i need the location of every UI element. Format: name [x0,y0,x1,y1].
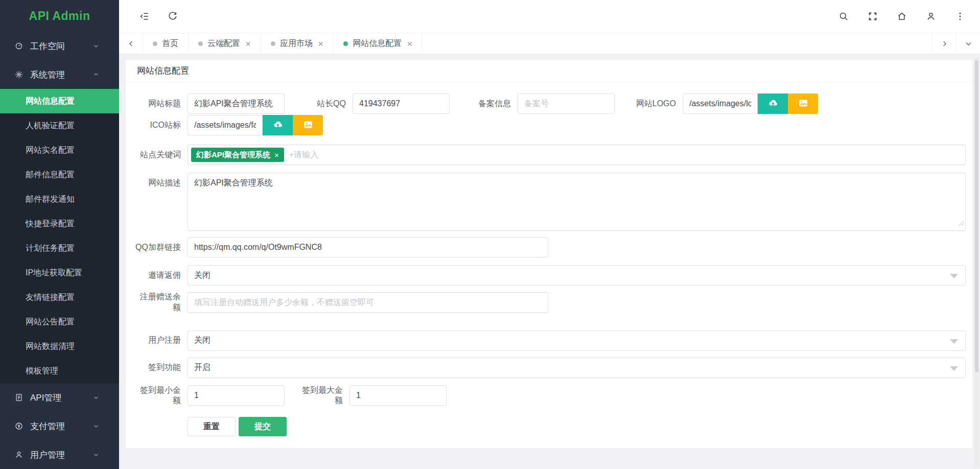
header-right-actions [838,11,980,22]
sidebar-item-ip-config[interactable]: IP地址获取配置 [0,261,119,285]
register-bonus-input[interactable] [188,292,548,313]
logo-path-input[interactable] [683,93,758,114]
resize-grip-icon[interactable] [958,219,964,228]
sidebar-item-template[interactable]: 模板管理 [0,359,119,383]
site-title-input[interactable] [188,93,285,114]
search-icon[interactable] [838,11,849,22]
close-icon[interactable]: × [318,39,323,49]
sidebar-item-label: 网站公告配置 [26,317,75,327]
tag-close-icon[interactable]: × [274,151,279,159]
sidebar-item-friend-links[interactable]: 友情链接配置 [0,285,119,310]
sidebar-item-realname[interactable]: 网站实名配置 [0,138,119,162]
sidebar-item-workspace[interactable]: 工作空间 [0,32,119,60]
tabs-scroll-right-button[interactable] [932,33,956,54]
tabs-dropdown-button[interactable] [956,33,980,54]
field-icp-info: 备案信息 [465,93,615,114]
user-register-select[interactable]: 关闭 [188,331,966,351]
reset-button[interactable]: 重置 [188,417,236,436]
sidebar-item-users[interactable]: 用户管理 [0,440,119,469]
sidebar-item-label: 快捷登录配置 [26,219,75,229]
home-icon[interactable] [896,11,907,22]
field-favicon: ICO站标 [135,115,323,135]
signin-max-input[interactable] [349,385,447,406]
favicon-upload-button[interactable] [263,115,293,135]
cloud-upload-icon [272,119,284,132]
logo-upload-button[interactable] [758,93,788,114]
field-webmaster-qq: 站长QQ [300,93,450,114]
dashboard-icon [14,41,24,51]
caret-down-icon [950,274,958,278]
field-label: 签到最小金额 [135,385,181,407]
image-icon [798,98,809,110]
sidebar-item-cron-task[interactable]: 计划任务配置 [0,236,119,261]
description-textarea-wrap: 幻影API聚合管理系统 [188,173,966,231]
sidebar-item-system[interactable]: 系统管理 [0,60,119,89]
favicon-preview-button[interactable] [293,115,323,135]
menu-fold-icon[interactable] [139,11,150,22]
favicon-path-input[interactable] [188,115,263,135]
sidebar-item-label: 人机验证配置 [26,121,75,131]
sidebar-item-api[interactable]: API管理 [0,383,119,412]
webmaster-qq-input[interactable] [353,93,450,114]
app-logo[interactable]: API Admin [0,0,119,32]
signin-min-input[interactable] [188,385,285,406]
field-label: 网站标题 [135,99,181,109]
top-header [119,0,980,33]
keyword-tag: 幻影API聚合管理系统 × [191,148,284,162]
chevron-down-icon [92,42,100,50]
icp-input[interactable] [518,93,615,114]
sidebar-item-captcha[interactable]: 人机验证配置 [0,113,119,138]
fullscreen-icon[interactable] [867,11,878,22]
sidebar-item-label: IP地址获取配置 [26,268,82,278]
select-value: 关闭 [194,270,211,281]
description-textarea[interactable]: 幻影API聚合管理系统 [188,173,966,231]
logo-preview-button[interactable] [788,93,818,114]
sidebar-item-mail-info[interactable]: 邮件信息配置 [0,162,119,187]
field-signin-max: 签到最大金额 [297,385,447,407]
field-label: 网站描述 [135,178,181,189]
scrollbar-thumb[interactable] [975,60,978,372]
tab-dot [198,41,203,46]
field-label: QQ加群链接 [135,242,181,253]
form-row-register-bonus: 注册赠送余额 [135,292,966,313]
tab-label: 首页 [162,38,178,49]
sidebar-item-payment[interactable]: 支付管理 [0,412,119,440]
sidebar-item-label: 模板管理 [26,366,58,377]
submit-button[interactable]: 提交 [239,417,287,436]
sidebar-item-mail-bulk[interactable]: 邮件群发通知 [0,187,119,212]
close-icon[interactable]: × [245,39,251,49]
sidebar-item-announcement[interactable]: 网站公告配置 [0,310,119,334]
tabs-scroll-left-button[interactable] [119,33,143,54]
chevron-down-icon [92,451,100,458]
tab-home[interactable]: 首页 [143,33,189,54]
sidebar-item-label: API管理 [30,392,61,404]
invite-rebate-select[interactable]: 关闭 [188,265,966,286]
tab-site-info-config[interactable]: 网站信息配置 × [334,33,423,54]
keywords-tag-input[interactable]: 幻影API聚合管理系统 × +请输入 [188,145,966,165]
tab-label: 云端配置 [207,38,240,49]
tab-dot-active [343,41,348,46]
sidebar-item-site-info[interactable]: 网站信息配置 [0,89,119,113]
form-row-qq-group: QQ加群链接 [135,237,966,257]
sidebar-item-quick-login[interactable]: 快捷登录配置 [0,212,119,236]
qq-group-link-input[interactable] [188,237,548,257]
form-row-description: 网站描述 幻影API聚合管理系统 [135,173,966,231]
sidebar-item-data-clean[interactable]: 网站数据清理 [0,334,119,359]
image-icon [302,119,314,132]
form-row-keywords: 站点关键词 幻影API聚合管理系统 × +请输入 [135,145,966,165]
form-row-signin: 签到功能 开启 [135,358,966,378]
close-icon[interactable]: × [407,39,412,49]
caret-down-icon [950,366,958,371]
sidebar-item-label: 网站信息配置 [26,96,75,107]
kebab-menu-icon[interactable] [954,11,966,22]
tab-app-market[interactable]: 应用市场 × [261,33,334,54]
user-avatar-icon[interactable] [925,11,937,22]
tab-cloud-config[interactable]: 云端配置 × [189,33,261,54]
sidebar-item-label: 邮件群发通知 [26,194,75,205]
signin-select[interactable]: 开启 [188,358,966,378]
field-label: 站长QQ [300,99,346,109]
refresh-icon[interactable] [167,11,178,22]
vertical-scrollbar[interactable] [974,56,979,467]
tabbar-spacer [423,33,932,54]
sidebar-item-label: 邮件信息配置 [26,170,75,180]
